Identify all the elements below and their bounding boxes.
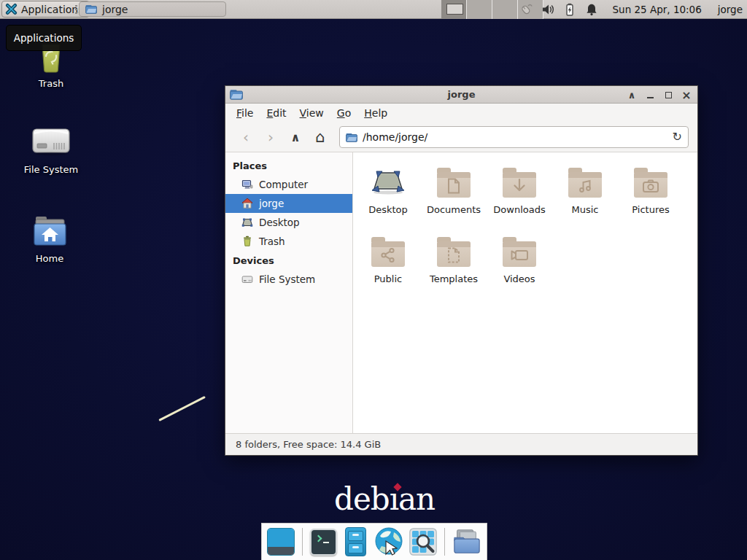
file-item-music[interactable]: Music [552, 163, 618, 219]
debian-logo: debıan [334, 481, 435, 517]
sidebar-item-computer[interactable]: Computer [225, 175, 352, 194]
file-item-pictures[interactable]: Pictures [618, 163, 684, 219]
sidebar: Places Computer jorge [225, 152, 353, 433]
computer-icon [241, 179, 253, 190]
forward-button[interactable]: › [259, 126, 282, 148]
window-controls: ∧ × [627, 86, 692, 104]
home-icon [241, 198, 253, 209]
download-emblem-icon [511, 178, 527, 194]
notifications-tray-icon[interactable] [585, 3, 598, 16]
system-tray: Sun 25 Apr, 10:06 jorge [519, 0, 745, 19]
application-finder-launcher[interactable] [409, 527, 437, 556]
globe-icon [374, 527, 403, 556]
status-text: 8 folders, Free space: 14.4 GiB [236, 439, 381, 450]
file-label: Music [572, 204, 599, 215]
taskbar-window-label: jorge [102, 4, 128, 15]
toolbar: ‹ › ∧ ⌂ ↻ [225, 122, 697, 152]
menu-edit[interactable]: Edit [260, 105, 293, 121]
dock-separator [444, 528, 445, 556]
menu-bar: File Edit View Go Help [225, 104, 697, 122]
terminal-launcher[interactable] [310, 527, 337, 556]
hard-drive-icon [241, 273, 253, 285]
file-item-public[interactable]: Public [355, 232, 421, 289]
file-item-templates[interactable]: Templates [421, 232, 487, 289]
desktop-line-artifact [158, 396, 206, 421]
web-browser-launcher[interactable] [374, 527, 403, 556]
file-manager-launcher[interactable] [343, 527, 368, 556]
clock[interactable]: Sun 25 Apr, 10:06 [613, 4, 702, 15]
desktop-icon-label: Home [36, 253, 63, 264]
applications-menu-label: Applications [21, 4, 84, 15]
file-label: Downloads [493, 204, 545, 215]
panel-grip[interactable] [75, 5, 77, 15]
trash-icon [241, 236, 253, 247]
dock-separator [302, 528, 303, 556]
folder-launcher[interactable] [452, 527, 481, 556]
file-manager-window: jorge ∧ × File Edit View Go Help ‹ › ∧ ⌂… [225, 85, 698, 456]
taskbar-window-button[interactable]: jorge [79, 1, 226, 17]
desktop-icon [241, 217, 253, 228]
music-emblem-icon [577, 178, 593, 194]
up-button[interactable]: ∧ [284, 126, 307, 148]
file-item-downloads[interactable]: Downloads [487, 163, 552, 219]
sidebar-item-jorge[interactable]: jorge [225, 194, 352, 213]
workspace-window-preview [446, 4, 463, 15]
workspace-3[interactable] [492, 0, 518, 19]
file-grid: Desktop Documents [355, 163, 685, 301]
template-emblem-icon [446, 247, 461, 263]
minimize-button[interactable] [645, 89, 655, 101]
debian-logo-text: debıan [334, 481, 435, 517]
sidebar-item-desktop[interactable]: Desktop [225, 213, 352, 232]
mouse-tray-icon[interactable] [519, 3, 533, 16]
user-menu[interactable]: jorge [718, 4, 743, 15]
reload-icon[interactable]: ↻ [673, 131, 682, 143]
window-main-area: Places Computer jorge [225, 152, 697, 433]
file-item-videos[interactable]: Videos [487, 232, 552, 289]
path-input[interactable] [363, 131, 667, 143]
hard-drive-icon [31, 124, 71, 159]
workspace-2[interactable] [467, 0, 492, 19]
desktop-icon-file-system[interactable]: File System [11, 124, 91, 175]
sidebar-item-label: Trash [259, 236, 285, 247]
shade-button[interactable]: ∧ [627, 89, 637, 101]
home-button[interactable]: ⌂ [309, 126, 332, 148]
battery-tray-icon[interactable] [563, 3, 576, 16]
path-bar: ↻ [339, 126, 689, 148]
file-cabinet-icon [345, 527, 366, 556]
file-item-desktop[interactable]: Desktop [355, 163, 421, 219]
window-titlebar[interactable]: jorge ∧ × [225, 86, 697, 104]
menu-view[interactable]: View [293, 105, 330, 121]
sidebar-item-trash[interactable]: Trash [225, 232, 352, 251]
desktop-icon-label: File System [24, 164, 78, 175]
workspace-1[interactable] [441, 0, 467, 19]
path-folder-icon [346, 133, 357, 142]
menu-go[interactable]: Go [330, 105, 357, 121]
app-finder-icon [409, 528, 437, 556]
volume-tray-icon[interactable] [541, 3, 554, 16]
show-desktop-button[interactable] [267, 527, 295, 556]
back-button[interactable]: ‹ [234, 126, 258, 148]
camera-emblem-icon [642, 179, 659, 193]
file-pane[interactable]: Desktop Documents [353, 152, 697, 433]
applications-tooltip-text: Applications [14, 32, 74, 44]
maximize-button[interactable] [663, 89, 673, 101]
folder-icon [85, 4, 97, 14]
sidebar-item-file-system[interactable]: File System [225, 270, 352, 289]
show-desktop-icon [267, 528, 295, 556]
sidebar-header-places: Places [225, 156, 352, 175]
menu-file[interactable]: File [230, 105, 260, 121]
close-button[interactable]: × [681, 89, 692, 101]
file-item-documents[interactable]: Documents [421, 163, 487, 219]
file-label: Documents [427, 204, 481, 215]
desktop-icon-label: Trash [39, 78, 63, 89]
terminal-icon [310, 529, 337, 556]
home-folder-icon [31, 214, 69, 248]
status-bar: 8 folders, Free space: 14.4 GiB [225, 433, 697, 455]
menu-help[interactable]: Help [357, 105, 394, 121]
file-label: Pictures [632, 204, 669, 215]
desktop-icon-home[interactable]: Home [9, 214, 90, 264]
sidebar-item-label: Computer [259, 179, 308, 190]
top-panel: Applications jorge [0, 0, 747, 19]
dock-folder-icon [452, 528, 481, 556]
desktop-special-icon [371, 166, 406, 198]
